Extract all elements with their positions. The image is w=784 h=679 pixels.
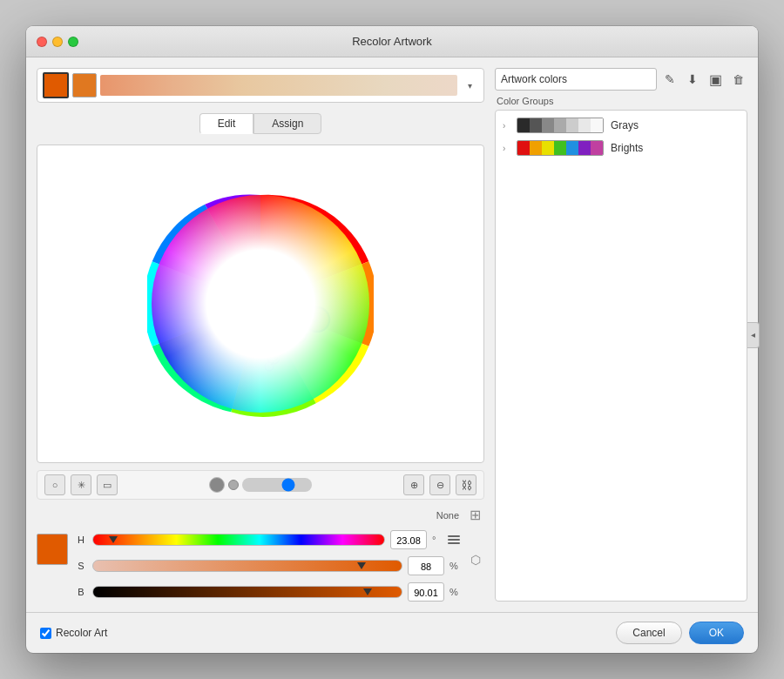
color-groups-label: Color Groups (495, 96, 747, 106)
recolor-art-label: Recolor Art (56, 627, 107, 639)
sat-unit: % (449, 561, 460, 571)
large-dot-btn[interactable] (209, 477, 225, 493)
hsb-sliders: H 23.08 ° S (75, 530, 460, 602)
grays-chevron: › (503, 121, 513, 131)
save-button[interactable]: ⬇ (683, 70, 702, 89)
small-dot-btn[interactable] (228, 480, 239, 490)
unlink-btn[interactable]: ⛓ (456, 474, 476, 495)
artwork-colors-input[interactable] (495, 68, 657, 91)
circle-tool[interactable]: ○ (44, 474, 65, 495)
color-swatch-bar: ▾ (37, 68, 484, 103)
grays-name: Grays (611, 119, 639, 131)
size-slider[interactable] (242, 478, 312, 492)
gradient-swatches (100, 75, 457, 96)
gray-swatch-3 (542, 118, 554, 133)
secondary-color-swatch[interactable] (72, 73, 97, 97)
brights-swatches (517, 140, 604, 156)
sat-label: S (75, 561, 87, 571)
recolor-art-checkbox[interactable]: Recolor Art (40, 627, 107, 639)
bright-swatch-6 (578, 141, 591, 156)
minimize-button[interactable] (52, 37, 63, 47)
bottom-bar: Recolor Art Cancel OK (26, 612, 758, 653)
ok-button[interactable]: OK (689, 622, 744, 644)
collapse-handle[interactable]: ◂ (747, 322, 760, 348)
brightness-slider-row: B 90.01 % (75, 582, 460, 602)
right-panel: ✎ ⬇ ▣ 🗑 Color Groups › (495, 68, 747, 602)
eyedropper-button[interactable]: ✎ (660, 70, 679, 89)
tool-row: ○ ✳ ▭ ⊕ ⊖ ⛓ (37, 470, 484, 500)
dialog-body: ▾ Edit Assign (26, 57, 758, 612)
brights-name: Brights (611, 142, 643, 154)
assign-tab[interactable]: Assign (253, 113, 321, 134)
hue-label: H (75, 534, 87, 545)
hsb-color-preview (37, 534, 68, 565)
cube-icon: ⬡ (467, 551, 484, 568)
color-dropdown-button[interactable]: ▾ (461, 77, 478, 94)
recolor-artwork-dialog: Recolor Artwork ▾ Edit Assign (26, 26, 758, 653)
bright-swatch-4 (554, 141, 566, 156)
menu-icon[interactable] (448, 535, 460, 544)
asterisk-tool[interactable]: ✳ (71, 474, 91, 495)
bright-swatch-5 (566, 141, 578, 156)
svg-point-3 (289, 326, 307, 343)
gray-swatch-5 (566, 118, 578, 133)
gray-swatch-4 (554, 118, 566, 133)
selected-color-swatch[interactable] (43, 72, 69, 98)
edit-tab[interactable]: Edit (199, 113, 254, 134)
gray-swatch-6 (578, 118, 591, 133)
hue-unit: ° (432, 534, 443, 545)
color-wheel-container (37, 145, 484, 463)
close-button[interactable] (37, 37, 47, 47)
color-wheel[interactable] (147, 191, 374, 417)
brights-group-row[interactable]: › Brights (496, 137, 747, 159)
hue-slider-track[interactable] (92, 534, 385, 546)
maximize-button[interactable] (68, 37, 78, 47)
brt-value[interactable]: 90.01 (408, 582, 444, 602)
remove-color-btn[interactable]: ⊖ (429, 474, 450, 495)
saturation-slider-row: S 88 % (75, 556, 460, 575)
rect-tool[interactable]: ▭ (97, 474, 118, 495)
svg-point-0 (152, 195, 369, 413)
bright-swatch-3 (542, 141, 554, 156)
folder-button[interactable]: ▣ (706, 70, 725, 89)
size-slider-group (209, 477, 312, 493)
grays-swatches (517, 118, 604, 133)
edit-assign-tabs: Edit Assign (37, 113, 484, 134)
sat-value[interactable]: 88 (408, 556, 444, 575)
window-controls (37, 37, 78, 47)
gray-swatch-2 (530, 118, 542, 133)
add-color-btn[interactable]: ⊕ (403, 474, 424, 495)
none-label: None (436, 510, 463, 521)
brt-label: B (75, 587, 87, 597)
sat-slider-track[interactable] (92, 560, 402, 572)
gray-swatch-7 (591, 118, 603, 133)
bright-swatch-7 (591, 141, 603, 156)
bright-swatch-2 (530, 141, 542, 156)
brt-slider-track[interactable] (92, 586, 402, 598)
recolor-art-check[interactable] (40, 628, 51, 639)
cancel-button[interactable]: Cancel (616, 622, 681, 644)
grays-group-row[interactable]: › Grays (496, 114, 747, 137)
sliders-section: H 23.08 ° S (37, 530, 484, 602)
right-header: ✎ ⬇ ▣ 🗑 (495, 68, 747, 91)
title-bar: Recolor Artwork (26, 26, 758, 57)
grid-icon[interactable]: ⊞ (470, 507, 481, 523)
brights-chevron: › (503, 144, 513, 153)
hue-value[interactable]: 23.08 (390, 530, 427, 549)
hue-slider-row: H 23.08 ° (75, 530, 460, 549)
bright-swatch-1 (517, 141, 530, 156)
left-panel: ▾ Edit Assign (37, 68, 484, 602)
dialog-title: Recolor Artwork (352, 35, 432, 48)
brt-unit: % (449, 587, 460, 597)
color-groups-area: › Grays › (495, 110, 747, 602)
trash-button[interactable]: 🗑 (728, 70, 747, 89)
gray-swatch-1 (517, 118, 530, 133)
